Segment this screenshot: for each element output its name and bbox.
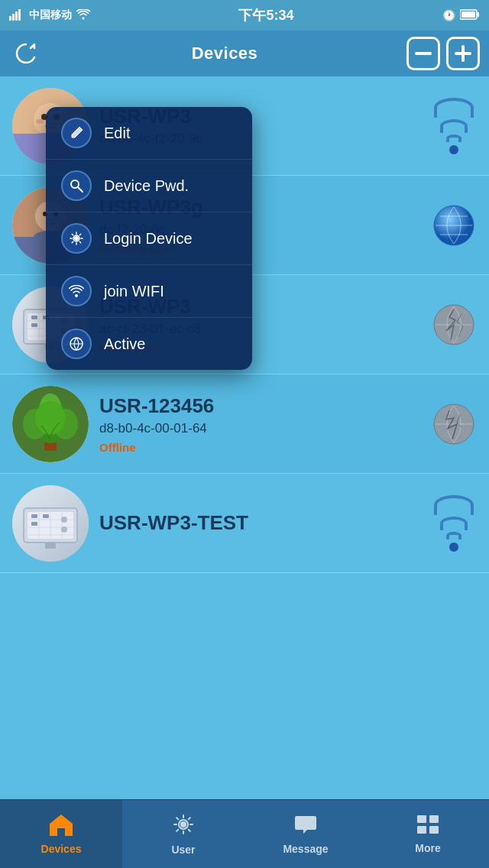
- menu-label-login-device: Login Device: [104, 230, 193, 248]
- more-icon: [416, 814, 440, 839]
- nav-item-message[interactable]: Message: [244, 800, 367, 868]
- device-status-icon-5: [431, 495, 477, 552]
- svg-rect-37: [31, 316, 37, 319]
- svg-rect-62: [43, 514, 49, 518]
- home-icon: [48, 813, 74, 840]
- nav-item-user[interactable]: User: [122, 800, 244, 868]
- svg-rect-70: [417, 826, 426, 834]
- svg-point-64: [61, 526, 67, 533]
- svg-rect-1: [12, 14, 15, 21]
- nav-item-more[interactable]: More: [367, 800, 489, 868]
- battery-icon: [460, 9, 480, 22]
- svg-rect-7: [415, 52, 432, 55]
- menu-label-active: Active: [104, 335, 145, 353]
- device-name-4: USR-123456: [99, 394, 420, 418]
- svg-rect-69: [429, 815, 439, 823]
- svg-rect-61: [31, 522, 37, 526]
- wifi-status-icon: [76, 9, 90, 22]
- menu-item-join-wifi[interactable]: join WIFI: [46, 265, 252, 318]
- svg-rect-71: [429, 826, 439, 834]
- nav-item-devices[interactable]: Devices: [0, 800, 122, 868]
- menu-label-edit: Edit: [104, 125, 130, 142]
- menu-item-login-device[interactable]: Login Device: [46, 212, 252, 265]
- page-title: Devices: [192, 44, 258, 63]
- svg-rect-0: [9, 16, 11, 21]
- device-item-5[interactable]: USR-WP3-TEST: [0, 474, 489, 573]
- device-item-4[interactable]: USR-123456 d8-b0-4c-00-01-64 Offline: [0, 374, 489, 474]
- device-avatar-4: [12, 386, 89, 462]
- edit-icon: [61, 118, 92, 148]
- status-right: 🕐: [442, 9, 480, 22]
- nav-label-message: Message: [283, 843, 328, 855]
- refresh-button[interactable]: [9, 37, 43, 70]
- message-icon: [293, 813, 318, 840]
- device-status-icon-3: [431, 303, 477, 346]
- svg-rect-2: [15, 11, 18, 21]
- clock-icon: 🕐: [442, 9, 455, 21]
- device-status-icon-4: [431, 403, 477, 445]
- svg-rect-5: [461, 11, 475, 18]
- carrier-label: 中国移动: [29, 8, 72, 22]
- menu-label-device-pwd: Device Pwd.: [104, 177, 189, 195]
- svg-rect-65: [45, 542, 56, 549]
- status-time: 下午5:34: [238, 6, 293, 24]
- user-gear-icon: [171, 812, 196, 840]
- svg-rect-60: [31, 514, 37, 518]
- svg-rect-38: [31, 323, 37, 327]
- header: Devices: [0, 31, 489, 76]
- status-left: 中国移动: [9, 8, 90, 23]
- status-bar: 中国移动 下午5:34 🕐: [0, 0, 489, 31]
- nav-label-user: User: [171, 844, 195, 856]
- device-status-icon-2: [431, 204, 477, 247]
- device-info-4: USR-123456 d8-b0-4c-00-01-64 Offline: [89, 394, 431, 454]
- signal-icon: [9, 8, 24, 23]
- device-info-5: USR-WP3-TEST: [89, 511, 431, 535]
- nav-label-devices: Devices: [41, 843, 82, 855]
- remove-button[interactable]: [406, 37, 440, 70]
- svg-point-20: [75, 294, 78, 297]
- device-name-5: USR-WP3-TEST: [99, 511, 420, 535]
- context-menu: Edit Device Pwd. Login Device: [46, 107, 252, 370]
- nav-label-more: More: [415, 842, 440, 854]
- device-status-4: Offline: [99, 441, 420, 454]
- svg-point-50: [35, 401, 66, 435]
- gear-icon: [61, 223, 92, 254]
- wifi-icon: [61, 276, 92, 306]
- svg-point-66: [180, 821, 186, 828]
- svg-rect-9: [455, 52, 471, 55]
- bottom-nav: Devices User Message More: [0, 799, 489, 868]
- device-status-icon-1: [431, 98, 477, 154]
- menu-item-edit[interactable]: Edit: [46, 107, 252, 160]
- svg-rect-6: [477, 12, 479, 17]
- device-list: USR-WP3 d8-b0-4c-f2-20-9c Edit: [0, 76, 489, 799]
- add-button[interactable]: [446, 37, 480, 70]
- globe-icon: [61, 329, 92, 359]
- svg-point-14: [36, 119, 44, 124]
- menu-label-join-wifi: join WIFI: [104, 283, 164, 300]
- device-avatar-5: [12, 485, 89, 562]
- header-actions: [406, 37, 480, 70]
- key-icon: [61, 170, 92, 201]
- device-mac-4: d8-b0-4c-00-01-64: [99, 421, 420, 436]
- svg-point-18: [74, 236, 79, 241]
- menu-item-active[interactable]: Active: [46, 318, 252, 370]
- svg-rect-68: [417, 815, 426, 823]
- svg-point-63: [61, 517, 67, 523]
- menu-item-device-pwd[interactable]: Device Pwd.: [46, 160, 252, 212]
- svg-rect-3: [18, 9, 21, 21]
